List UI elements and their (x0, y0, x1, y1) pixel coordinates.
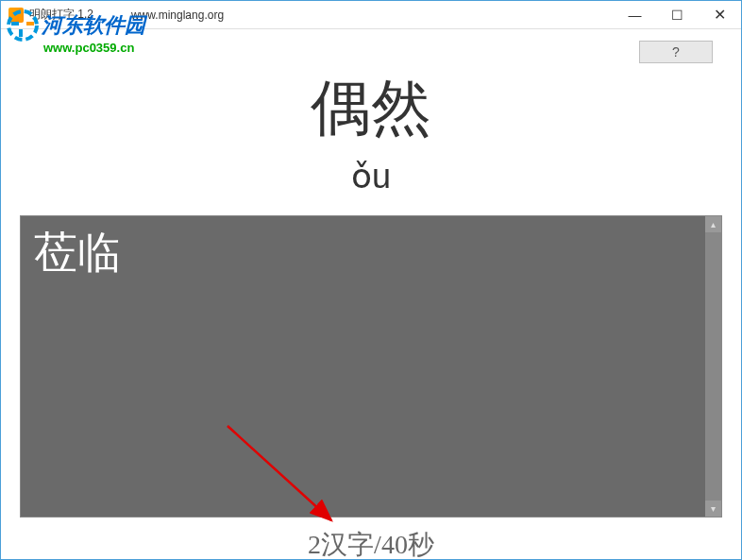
scrollbar[interactable]: ▴ ▾ (705, 216, 721, 517)
titlebar-url: www.minglang.org (131, 8, 224, 22)
app-icon (8, 8, 24, 23)
minimize-button[interactable]: — (614, 1, 656, 28)
help-button[interactable]: ? (639, 41, 713, 63)
titlebar: 明朗打字 1.2 www.minglang.org — ☐ ✕ (1, 1, 741, 29)
main-content: 偶然 ǒu 莅临 ▴ ▾ 2汉字/40秒 (1, 29, 741, 560)
scrollbar-down-icon[interactable]: ▾ (705, 501, 721, 517)
app-title: 明朗打字 1.2 (29, 7, 93, 23)
close-button[interactable]: ✕ (699, 1, 741, 28)
pinyin-hint: ǒu (1, 157, 741, 196)
status-bar: 2汉字/40秒 (1, 527, 741, 560)
help-button-label: ? (672, 44, 680, 59)
scrollbar-up-icon[interactable]: ▴ (705, 216, 721, 232)
typing-input-area[interactable]: 莅临 ▴ ▾ (20, 215, 722, 518)
target-word: 偶然 (1, 67, 741, 149)
typed-text: 莅临 (21, 216, 721, 290)
maximize-button[interactable]: ☐ (656, 1, 699, 28)
window-controls: — ☐ ✕ (614, 1, 741, 28)
